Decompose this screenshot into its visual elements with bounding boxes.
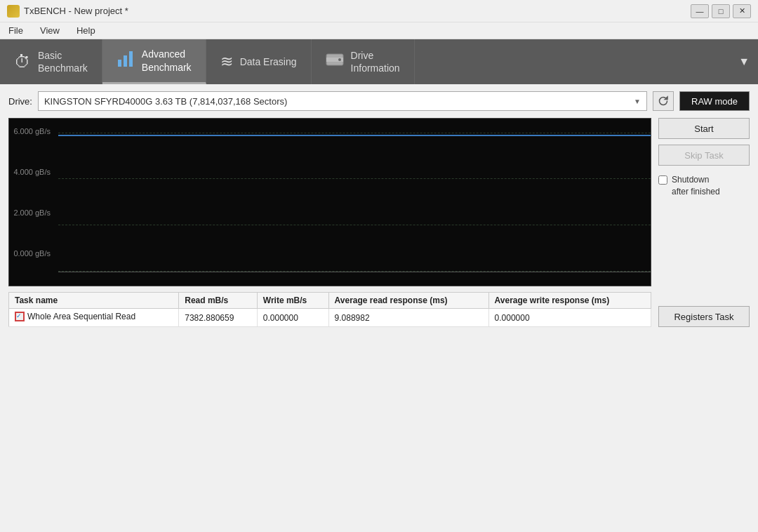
grid-line-2 bbox=[58, 178, 651, 179]
toolbar: ⏱ Basic Benchmark Advanced Benchmark ≋ D… bbox=[0, 39, 758, 84]
menu-file[interactable]: File bbox=[6, 25, 26, 36]
svg-rect-0 bbox=[118, 60, 121, 67]
drive-icon bbox=[326, 52, 344, 72]
tab-basic-benchmark[interactable]: ⏱ Basic Benchmark bbox=[0, 39, 102, 84]
bar-chart-icon bbox=[117, 50, 135, 72]
window-title: TxBENCH - New project * bbox=[24, 6, 128, 16]
table-row[interactable]: Whole Area Sequential Read 7382.880659 0… bbox=[9, 309, 651, 327]
shutdown-label: Shutdownafter finished bbox=[672, 174, 720, 198]
tab-advanced-benchmark[interactable]: Advanced Benchmark bbox=[102, 39, 206, 84]
menu-view[interactable]: View bbox=[37, 25, 62, 36]
tab-basic-line1: Basic bbox=[38, 49, 88, 62]
shutdown-row: Shutdownafter finished bbox=[658, 174, 750, 198]
tab-drive-line2: Information bbox=[351, 62, 400, 74]
tab-drive-information[interactable]: Drive Information bbox=[312, 39, 415, 84]
minimize-button[interactable]: — bbox=[691, 4, 709, 18]
refresh-icon bbox=[658, 95, 669, 107]
main-content: Drive: KINGSTON SFYRD4000G 3.63 TB (7,81… bbox=[0, 84, 758, 532]
menu-help[interactable]: Help bbox=[74, 25, 98, 36]
col-write-mbs: Write mB/s bbox=[257, 293, 328, 309]
tab-advanced-line2: Benchmark bbox=[142, 61, 192, 74]
toolbar-dropdown-button[interactable]: ▼ bbox=[730, 39, 758, 84]
start-button[interactable]: Start bbox=[658, 118, 750, 139]
task-avg-write: 0.000000 bbox=[488, 309, 651, 327]
grid-line-3 bbox=[58, 225, 651, 225]
task-table: Task name Read mB/s Write mB/s Average r… bbox=[8, 292, 651, 327]
svg-rect-1 bbox=[124, 55, 127, 67]
col-read-mbs: Read mB/s bbox=[179, 293, 258, 309]
drive-select[interactable]: KINGSTON SFYRD4000G 3.63 TB (7,814,037,1… bbox=[38, 91, 647, 111]
skip-task-button[interactable]: Skip Task bbox=[658, 145, 750, 166]
menu-bar: File View Help bbox=[0, 22, 758, 39]
y-label-0: 0.000 gB/s bbox=[9, 249, 55, 258]
drive-select-value: KINGSTON SFYRD4000G 3.63 TB (7,814,037,1… bbox=[44, 96, 287, 107]
tab-erasing-line1: Data Erasing bbox=[240, 55, 297, 68]
raw-mode-button[interactable]: RAW mode bbox=[679, 91, 750, 111]
drive-row: Drive: KINGSTON SFYRD4000G 3.63 TB (7,81… bbox=[8, 91, 750, 111]
svg-point-5 bbox=[338, 58, 341, 61]
registers-task-button[interactable]: Registers Task bbox=[658, 306, 750, 327]
task-read-mbs: 7382.880659 bbox=[179, 309, 258, 327]
task-avg-read: 9.088982 bbox=[328, 309, 488, 327]
drive-label: Drive: bbox=[8, 96, 32, 107]
refresh-button[interactable] bbox=[653, 91, 674, 111]
x-axis bbox=[58, 272, 651, 272]
maximize-button[interactable]: □ bbox=[712, 4, 730, 18]
table-header-row: Task name Read mB/s Write mB/s Average r… bbox=[9, 293, 651, 309]
tab-data-erasing[interactable]: ≋ Data Erasing bbox=[206, 39, 312, 84]
left-panel: 6.000 gB/s 4.000 gB/s 2.000 gB/s 0.000 g… bbox=[8, 118, 651, 327]
chart-grid bbox=[58, 133, 651, 272]
right-panel: Start Skip Task Shutdownafter finished R… bbox=[658, 118, 750, 327]
chart-area: 6.000 gB/s 4.000 gB/s 2.000 gB/s 0.000 g… bbox=[8, 118, 651, 286]
shutdown-checkbox[interactable] bbox=[658, 175, 667, 185]
data-line bbox=[58, 135, 651, 136]
y-label-4: 4.000 gB/s bbox=[9, 168, 55, 176]
title-bar: TxBENCH - New project * — □ ✕ bbox=[0, 0, 758, 22]
drive-dropdown-arrow: ▼ bbox=[634, 98, 641, 105]
txbench-icon bbox=[7, 5, 20, 18]
title-bar-controls: — □ ✕ bbox=[691, 4, 751, 18]
y-label-6: 6.000 gB/s bbox=[9, 127, 55, 135]
clock-icon: ⏱ bbox=[14, 52, 31, 72]
grid-line-1 bbox=[58, 133, 651, 133]
col-avg-write: Average write response (ms) bbox=[488, 293, 651, 309]
title-bar-left: TxBENCH - New project * bbox=[7, 5, 128, 18]
tab-drive-line1: Drive bbox=[351, 49, 400, 62]
task-check-icon bbox=[15, 312, 25, 321]
col-task-name: Task name bbox=[9, 293, 179, 309]
y-label-2: 2.000 gB/s bbox=[9, 208, 55, 217]
spacer bbox=[658, 204, 750, 300]
tab-basic-line2: Benchmark bbox=[38, 62, 88, 74]
content-area: 6.000 gB/s 4.000 gB/s 2.000 gB/s 0.000 g… bbox=[8, 118, 750, 327]
svg-rect-2 bbox=[129, 51, 133, 67]
col-avg-read: Average read response (ms) bbox=[328, 293, 488, 309]
tab-advanced-line1: Advanced bbox=[142, 48, 192, 60]
task-row-icon: Whole Area Sequential Read bbox=[15, 312, 135, 321]
dropdown-icon: ▼ bbox=[738, 55, 750, 68]
close-button[interactable]: ✕ bbox=[733, 4, 751, 18]
task-name-cell: Whole Area Sequential Read bbox=[9, 309, 179, 327]
erasing-icon: ≋ bbox=[220, 53, 233, 71]
task-write-mbs: 0.000000 bbox=[257, 309, 328, 327]
